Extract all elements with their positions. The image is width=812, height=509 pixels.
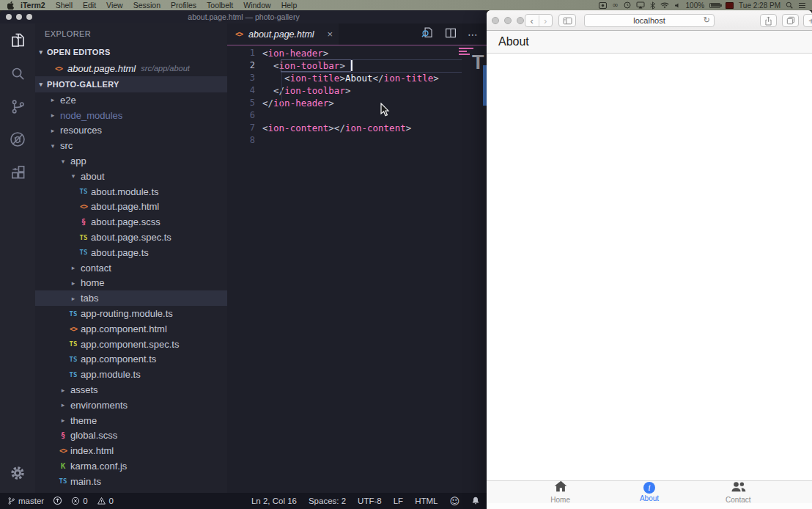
notifications-bell-icon[interactable] <box>471 496 480 507</box>
menu-clock[interactable]: Tue 2:28 PM <box>739 1 780 10</box>
menu-bar: iTerm2 ShellEditViewSessionProfilesToolb… <box>0 0 812 10</box>
close-tab-icon[interactable]: × <box>327 29 333 40</box>
status-item[interactable]: Spaces: 2 <box>309 497 346 505</box>
warnings-indicator[interactable]: 0 <box>97 497 114 505</box>
menu-toolbelt[interactable]: Toolbelt <box>202 1 238 10</box>
editor-tab-about-page-html[interactable]: <> about.page.html × <box>227 23 339 45</box>
file-about.module.ts[interactable]: TSabout.module.ts <box>35 184 227 199</box>
app-tab-about[interactable]: iAbout <box>605 481 693 503</box>
feedback-smiley-icon[interactable]: ☺ <box>449 496 459 507</box>
open-editor-item[interactable]: <> about.page.html src/app/about <box>35 60 227 76</box>
menu-edit[interactable]: Edit <box>78 1 101 10</box>
file-app.module.ts[interactable]: TSapp.module.ts <box>35 367 227 382</box>
file-about.page.html[interactable]: <>about.page.html <box>35 199 227 215</box>
file-app-routing.module.ts[interactable]: TSapp-routing.module.ts <box>35 306 227 321</box>
menu-shell[interactable]: Shell <box>51 1 78 10</box>
file-about.page.spec.ts[interactable]: TSabout.page.spec.ts <box>35 230 227 245</box>
status-item[interactable]: HTML <box>415 497 438 505</box>
more-actions-icon[interactable]: ⋯ <box>468 29 479 40</box>
window-controls <box>6 14 32 20</box>
vscode-title-bar[interactable]: about.page.html — photo-gallery <box>0 10 487 23</box>
open-editors-section-header[interactable]: ▾ OPEN EDITORS <box>35 44 227 60</box>
file-app.component.spec.ts[interactable]: TSapp.component.spec.ts <box>35 337 227 352</box>
zoom-window-button[interactable] <box>26 14 32 20</box>
share-button[interactable] <box>760 14 777 27</box>
status-item[interactable]: LF <box>394 497 403 505</box>
new-tab-button[interactable]: + <box>803 14 812 27</box>
folder-contact[interactable]: ▸contact <box>35 260 227 276</box>
chevron-down-icon: ▾ <box>67 172 79 180</box>
file-global.scss[interactable]: §global.scss <box>35 428 227 444</box>
search-icon[interactable] <box>8 64 27 83</box>
zoom-window-button[interactable] <box>517 17 524 24</box>
volume-icon[interactable] <box>674 2 681 9</box>
glasses-icon[interactable]: ∞ <box>612 1 618 9</box>
folder-node_modules[interactable]: ▸node_modules <box>35 108 227 123</box>
status-item[interactable]: Ln 2, Col 16 <box>251 497 297 505</box>
source-control-icon[interactable] <box>8 97 27 116</box>
folder-theme[interactable]: ▸theme <box>35 413 227 428</box>
chevron-right-icon: ▸ <box>57 417 69 424</box>
folder-e2e[interactable]: ▸e2e <box>35 92 227 108</box>
wifi-icon[interactable] <box>660 2 669 9</box>
code-editor[interactable]: 1<ion-header>2 <ion-toolbar>3 <ion-title… <box>227 45 487 493</box>
folder-src[interactable]: ▾src <box>35 138 227 153</box>
menu-view[interactable]: View <box>101 1 128 10</box>
bluetooth-icon[interactable] <box>650 1 655 10</box>
screen-recording-icon[interactable] <box>599 2 607 9</box>
app-tab-contact[interactable]: Contact <box>694 481 783 503</box>
settings-gear-icon[interactable] <box>8 464 27 483</box>
sync-changes-icon[interactable] <box>53 496 62 507</box>
reload-icon[interactable]: ↻ <box>704 15 710 25</box>
display-mirroring-icon[interactable] <box>636 1 645 9</box>
file-karma.conf.js[interactable]: Kkarma.conf.js <box>35 458 227 474</box>
battery-icon[interactable] <box>709 3 720 8</box>
git-branch-indicator[interactable]: master <box>7 497 44 505</box>
code-lines: 1<ion-header>2 <ion-toolbar>3 <ion-title… <box>227 45 487 147</box>
people-icon <box>731 481 746 495</box>
open-preview-icon[interactable] <box>421 26 434 42</box>
code-line-4: 4 </ion-toolbar> <box>227 84 487 97</box>
file-index.html[interactable]: <>index.html <box>35 443 227 458</box>
sidebar-toggle-button[interactable] <box>558 14 576 27</box>
file-about.page.scss[interactable]: §about.page.scss <box>35 214 227 230</box>
ts-file-icon: TS <box>57 477 69 485</box>
spotlight-search-icon[interactable] <box>786 1 793 9</box>
extensions-icon[interactable] <box>8 163 27 182</box>
close-window-button[interactable] <box>492 17 499 24</box>
folder-resources[interactable]: ▸resources <box>35 123 227 139</box>
split-editor-icon[interactable] <box>445 27 457 42</box>
app-tab-home[interactable]: Home <box>516 481 605 503</box>
apple-menu-icon[interactable] <box>7 1 14 10</box>
file-app.component.ts[interactable]: TSapp.component.ts <box>35 352 227 367</box>
menu-app-name[interactable]: iTerm2 <box>14 1 51 10</box>
folder-assets[interactable]: ▸assets <box>35 382 227 398</box>
menu-session[interactable]: Session <box>128 1 166 10</box>
menu-profiles[interactable]: Profiles <box>166 1 202 10</box>
folder-home[interactable]: ▸home <box>35 276 227 291</box>
debug-icon[interactable] <box>8 130 27 149</box>
file-app.component.html[interactable]: <>app.component.html <box>35 321 227 337</box>
folder-tabs[interactable]: ▸tabs <box>35 290 227 306</box>
clock-icon[interactable] <box>624 1 631 9</box>
forward-button[interactable]: › <box>539 15 553 26</box>
errors-indicator[interactable]: 0 <box>71 497 87 505</box>
folder-app[interactable]: ▾app <box>35 153 227 169</box>
address-bar[interactable]: localhost ↻ <box>584 14 715 27</box>
menu-window[interactable]: Window <box>238 1 276 10</box>
project-section-header[interactable]: ▾ PHOTO-GALLERY <box>35 76 227 92</box>
minimize-window-button[interactable] <box>16 14 22 20</box>
back-button[interactable]: ‹ <box>525 15 539 26</box>
status-item[interactable]: UTF-8 <box>358 497 382 505</box>
file-main.ts[interactable]: TSmain.ts <box>35 474 227 489</box>
folder-environments[interactable]: ▸environments <box>35 398 227 413</box>
close-window-button[interactable] <box>6 14 12 20</box>
menu-help[interactable]: Help <box>276 1 303 10</box>
file-about.page.ts[interactable]: TSabout.page.ts <box>35 245 227 260</box>
folder-about[interactable]: ▾about <box>35 169 227 184</box>
input-source-icon[interactable] <box>726 2 734 9</box>
explorer-icon[interactable] <box>8 31 27 50</box>
tab-overview-button[interactable] <box>782 14 799 27</box>
notification-center-icon[interactable] <box>798 2 806 9</box>
minimize-window-button[interactable] <box>504 17 512 24</box>
